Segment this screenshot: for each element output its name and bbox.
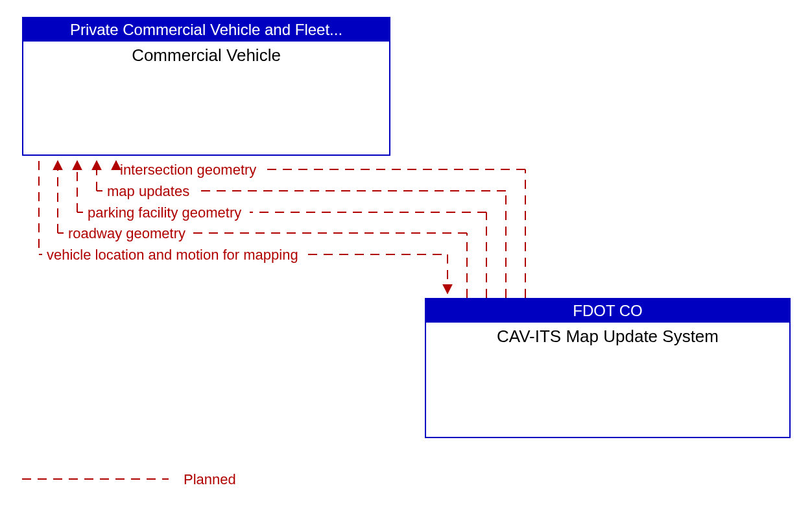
flow-label-parking-facility-geometry: parking facility geometry (88, 204, 241, 221)
flow-label-intersection-geometry: intersection geometry (120, 162, 256, 179)
legend-planned-label: Planned (184, 471, 236, 488)
entity-header-top: Private Commercial Vehicle and Fleet... (23, 18, 389, 42)
flow-label-map-updates: map updates (107, 183, 189, 200)
flow-label-roadway-geometry: roadway geometry (68, 225, 185, 242)
entity-title-top: Commercial Vehicle (23, 42, 389, 66)
entity-cav-its-map-update-system: FDOT CO CAV-ITS Map Update System (425, 298, 791, 438)
entity-title-bottom: CAV-ITS Map Update System (426, 323, 789, 347)
entity-header-bottom: FDOT CO (426, 299, 789, 323)
flow-label-vehicle-location-motion: vehicle location and motion for mapping (47, 247, 298, 264)
entity-commercial-vehicle: Private Commercial Vehicle and Fleet... … (22, 17, 390, 156)
